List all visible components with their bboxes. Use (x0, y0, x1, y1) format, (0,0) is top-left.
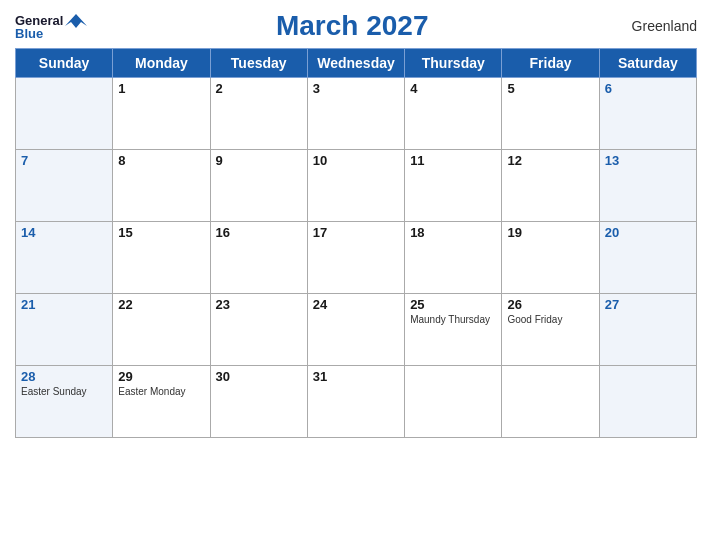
logo-bird-icon (65, 12, 87, 30)
calendar-day-cell: 16 (210, 222, 307, 294)
calendar-day-cell: 21 (16, 294, 113, 366)
calendar-day-cell: 4 (405, 78, 502, 150)
day-number: 27 (605, 297, 691, 312)
day-number: 4 (410, 81, 496, 96)
page-title: March 2027 (87, 10, 617, 42)
weekday-header: Friday (502, 49, 599, 78)
svg-marker-0 (65, 14, 87, 28)
day-number: 17 (313, 225, 399, 240)
day-number: 1 (118, 81, 204, 96)
calendar-day-cell: 24 (307, 294, 404, 366)
calendar-day-cell: 14 (16, 222, 113, 294)
calendar-table: SundayMondayTuesdayWednesdayThursdayFrid… (15, 48, 697, 438)
day-number: 2 (216, 81, 302, 96)
day-number: 19 (507, 225, 593, 240)
day-number: 11 (410, 153, 496, 168)
calendar-week-row: 123456 (16, 78, 697, 150)
holiday-name: Easter Monday (118, 386, 204, 397)
calendar-day-cell: 8 (113, 150, 210, 222)
day-number: 8 (118, 153, 204, 168)
day-number: 23 (216, 297, 302, 312)
holiday-name: Good Friday (507, 314, 593, 325)
day-number: 7 (21, 153, 107, 168)
calendar-day-cell: 26Good Friday (502, 294, 599, 366)
logo: General Blue (15, 12, 87, 41)
calendar-day-cell: 6 (599, 78, 696, 150)
calendar-page: General Blue March 2027 Greenland Sunday… (0, 0, 712, 550)
day-number: 12 (507, 153, 593, 168)
day-number: 22 (118, 297, 204, 312)
day-number: 24 (313, 297, 399, 312)
calendar-day-cell (405, 366, 502, 438)
calendar-day-cell: 1 (113, 78, 210, 150)
weekday-header: Sunday (16, 49, 113, 78)
day-number: 25 (410, 297, 496, 312)
calendar-day-cell: 10 (307, 150, 404, 222)
calendar-day-cell: 11 (405, 150, 502, 222)
day-number: 15 (118, 225, 204, 240)
calendar-day-cell: 29Easter Monday (113, 366, 210, 438)
holiday-name: Maundy Thursday (410, 314, 496, 325)
calendar-day-cell: 3 (307, 78, 404, 150)
day-number: 6 (605, 81, 691, 96)
calendar-day-cell: 25Maundy Thursday (405, 294, 502, 366)
day-number: 16 (216, 225, 302, 240)
calendar-day-cell: 15 (113, 222, 210, 294)
page-header: General Blue March 2027 Greenland (15, 10, 697, 42)
calendar-day-cell (16, 78, 113, 150)
day-number: 31 (313, 369, 399, 384)
calendar-day-cell: 9 (210, 150, 307, 222)
day-number: 14 (21, 225, 107, 240)
day-number: 18 (410, 225, 496, 240)
day-number: 20 (605, 225, 691, 240)
day-number: 10 (313, 153, 399, 168)
calendar-week-row: 28Easter Sunday29Easter Monday3031 (16, 366, 697, 438)
weekday-header: Tuesday (210, 49, 307, 78)
day-number: 21 (21, 297, 107, 312)
calendar-day-cell: 13 (599, 150, 696, 222)
calendar-day-cell: 17 (307, 222, 404, 294)
day-number: 5 (507, 81, 593, 96)
calendar-day-cell: 23 (210, 294, 307, 366)
calendar-day-cell: 20 (599, 222, 696, 294)
day-number: 13 (605, 153, 691, 168)
calendar-day-cell: 19 (502, 222, 599, 294)
day-number: 30 (216, 369, 302, 384)
weekday-header: Wednesday (307, 49, 404, 78)
weekday-header: Saturday (599, 49, 696, 78)
weekday-header: Thursday (405, 49, 502, 78)
calendar-week-row: 2122232425Maundy Thursday26Good Friday27 (16, 294, 697, 366)
logo-blue: Blue (15, 26, 43, 41)
weekday-header-row: SundayMondayTuesdayWednesdayThursdayFrid… (16, 49, 697, 78)
calendar-day-cell: 31 (307, 366, 404, 438)
title-section: March 2027 (87, 10, 617, 42)
calendar-week-row: 78910111213 (16, 150, 697, 222)
day-number: 28 (21, 369, 107, 384)
day-number: 26 (507, 297, 593, 312)
calendar-day-cell: 12 (502, 150, 599, 222)
calendar-week-row: 14151617181920 (16, 222, 697, 294)
calendar-day-cell: 22 (113, 294, 210, 366)
calendar-day-cell: 27 (599, 294, 696, 366)
calendar-day-cell: 5 (502, 78, 599, 150)
day-number: 29 (118, 369, 204, 384)
region-label: Greenland (617, 18, 697, 34)
calendar-day-cell (599, 366, 696, 438)
calendar-day-cell: 7 (16, 150, 113, 222)
calendar-day-cell: 18 (405, 222, 502, 294)
calendar-day-cell: 28Easter Sunday (16, 366, 113, 438)
holiday-name: Easter Sunday (21, 386, 107, 397)
day-number: 9 (216, 153, 302, 168)
weekday-header: Monday (113, 49, 210, 78)
day-number: 3 (313, 81, 399, 96)
calendar-day-cell: 2 (210, 78, 307, 150)
calendar-day-cell: 30 (210, 366, 307, 438)
calendar-day-cell (502, 366, 599, 438)
